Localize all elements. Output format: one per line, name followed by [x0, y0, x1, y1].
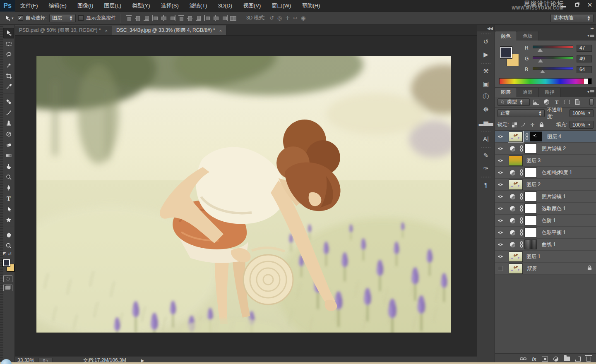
tab-paths[interactable]: 路径: [539, 88, 561, 97]
layer-visibility-toggle[interactable]: [495, 251, 506, 263]
3d-slide-icon[interactable]: ⇿: [293, 15, 298, 21]
fill-dropdown[interactable]: 100% ▼: [570, 121, 594, 129]
menu-3d[interactable]: 3D(D): [212, 2, 238, 9]
layer-mask-link-icon[interactable]: [519, 145, 524, 152]
auto-select-checkbox[interactable]: ✓: [18, 15, 23, 21]
layer-row[interactable]: 曲线 1: [495, 239, 596, 251]
close-button[interactable]: ✕: [585, 1, 594, 9]
layer-visibility-toggle[interactable]: [495, 167, 506, 179]
tab-layers[interactable]: 图层: [495, 88, 517, 97]
paragraph-panel-icon[interactable]: ¶: [478, 178, 494, 191]
layer-mask-thumbnail[interactable]: [524, 239, 537, 249]
expand-panels-button[interactable]: ◀◀: [477, 25, 495, 31]
menu-filter[interactable]: 滤镜(T): [184, 2, 213, 9]
foreground-color-swatch[interactable]: [2, 259, 10, 267]
layer-row[interactable]: 照片滤镜 2: [495, 143, 596, 155]
minimize-button[interactable]: [559, 1, 568, 9]
document-tab[interactable]: DSC_3443y.jpg @ 33.3% (图层 4, RGB/8#) * ×: [112, 25, 226, 35]
layer-mask-link-icon[interactable]: [525, 133, 529, 140]
layer-visibility-toggle[interactable]: [495, 179, 506, 191]
layer-visibility-toggle[interactable]: [495, 215, 506, 227]
layer-visibility-toggle[interactable]: [495, 227, 506, 239]
new-layer-button[interactable]: [575, 357, 581, 362]
layer-name[interactable]: 照片滤镜 2: [542, 145, 566, 152]
layer-mask-thumbnail[interactable]: [524, 192, 537, 201]
3d-drag-icon[interactable]: ✛: [285, 15, 290, 21]
character-panel-icon[interactable]: A|: [478, 132, 494, 145]
filter-smart-objects-icon[interactable]: [573, 98, 582, 105]
layer-mask-thumbnail[interactable]: [530, 132, 542, 141]
tool-crop[interactable]: [3, 71, 14, 81]
tool-move[interactable]: [3, 28, 14, 38]
menu-layer[interactable]: 图层(L): [99, 2, 127, 9]
layer-name[interactable]: 选取颜色 1: [542, 205, 566, 212]
new-group-button[interactable]: [564, 357, 570, 361]
tool-path-selection[interactable]: [3, 204, 14, 215]
3d-rotate-icon[interactable]: ↺: [269, 15, 274, 21]
3d-roll-icon[interactable]: ◎: [277, 15, 282, 21]
workspace-switcher-dropdown[interactable]: 基本功能 ▲▼: [550, 14, 594, 22]
layer-style-button[interactable]: fx: [532, 356, 536, 362]
3d-camera-icon[interactable]: ◉: [301, 15, 305, 21]
tool-dodge[interactable]: [3, 172, 14, 182]
status-flyout-arrow-icon[interactable]: ▶: [141, 358, 144, 363]
layer-row[interactable]: 色相/饱和度 1: [495, 167, 596, 179]
filter-adjustment-layers-icon[interactable]: [542, 98, 550, 105]
layer-mask-link-icon[interactable]: [519, 217, 524, 224]
layer-visibility-toggle[interactable]: [495, 203, 506, 215]
show-transform-checkbox[interactable]: [78, 15, 84, 21]
tool-zoom[interactable]: [3, 240, 14, 251]
distribute-horizontal-centers-icon[interactable]: [213, 15, 219, 21]
brush-panel-icon[interactable]: ✑: [478, 162, 494, 175]
layer-mask-link-icon[interactable]: [519, 241, 524, 248]
lock-position-icon[interactable]: ✛: [529, 121, 536, 128]
lock-transparency-icon[interactable]: [511, 121, 518, 128]
distribute-right-edges-icon[interactable]: [221, 15, 228, 21]
tool-type[interactable]: T: [3, 193, 14, 204]
restore-button[interactable]: [572, 1, 581, 9]
3d-panel-icon[interactable]: ▣: [478, 77, 494, 90]
opacity-dropdown[interactable]: 100% ▼: [570, 109, 594, 117]
channel-slider[interactable]: [533, 66, 573, 73]
tool-history-brush[interactable]: [3, 129, 14, 139]
align-bottom-edges-icon[interactable]: [143, 15, 149, 21]
tab-channels[interactable]: 通道: [517, 88, 539, 97]
document-canvas-image[interactable]: [36, 56, 451, 333]
layer-filter-type-dropdown[interactable]: 类型 ▲▼: [497, 98, 530, 106]
blend-mode-dropdown[interactable]: 正常 ▲▼: [497, 109, 545, 117]
move-tool-indicator[interactable]: ▾: [2, 14, 15, 22]
lock-all-icon[interactable]: [538, 121, 545, 128]
tool-eyedropper[interactable]: [3, 81, 14, 92]
layer-mask-thumbnail[interactable]: [524, 216, 537, 225]
layer-name[interactable]: 图层 3: [526, 157, 541, 164]
tool-pen[interactable]: [3, 182, 14, 193]
layer-name[interactable]: 图层 1: [526, 253, 541, 260]
tool-clone-stamp[interactable]: [3, 118, 14, 129]
tool-lasso[interactable]: [3, 49, 14, 60]
dock-gripper[interactable]: [481, 147, 490, 148]
tool-custom-shape[interactable]: [3, 215, 14, 225]
layer-visibility-toggle[interactable]: [495, 131, 506, 143]
auto-select-target-dropdown[interactable]: 图层 ▲▼: [49, 14, 76, 22]
menu-file[interactable]: 文件(F): [15, 2, 43, 9]
align-right-edges-icon[interactable]: [169, 15, 175, 21]
tab-swatches[interactable]: 色板: [517, 31, 539, 41]
layer-thumbnail[interactable]: [509, 156, 523, 166]
layer-name[interactable]: 照片滤镜 1: [542, 193, 566, 200]
tool-hand[interactable]: [3, 230, 14, 240]
dock-gripper[interactable]: [481, 131, 490, 132]
layer-name[interactable]: 色阶 1: [542, 217, 556, 224]
layer-mask-thumbnail[interactable]: [524, 144, 537, 153]
layer-thumbnail[interactable]: [509, 132, 523, 142]
layer-thumbnail[interactable]: [509, 251, 523, 262]
slider-thumb[interactable]: [538, 59, 543, 62]
align-horizontal-centers-icon[interactable]: [161, 15, 167, 21]
histogram-panel-icon[interactable]: ▂▅▃: [478, 116, 494, 129]
quick-mask-button[interactable]: [3, 275, 12, 282]
brush-presets-panel-icon[interactable]: ✎: [478, 149, 494, 162]
new-adjustment-layer-button[interactable]: [553, 357, 558, 362]
slider-thumb[interactable]: [538, 48, 543, 52]
filter-shape-layers-icon[interactable]: [563, 98, 571, 105]
layer-thumbnail[interactable]: [509, 180, 523, 190]
menu-view[interactable]: 视图(V): [238, 2, 266, 9]
